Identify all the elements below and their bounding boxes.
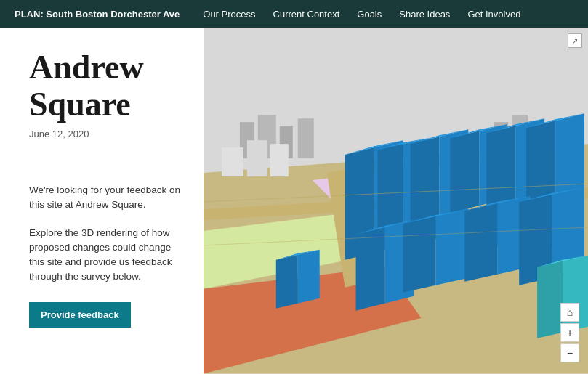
nav-links: Our Process Current Context Goals Share … <box>203 9 520 20</box>
navbar: PLAN: South Boston Dorchester Ave Our Pr… <box>0 0 588 28</box>
nav-brand: PLAN: South Boston Dorchester Ave <box>15 9 180 20</box>
page-title: Andrew Square <box>29 49 182 123</box>
svg-marker-47 <box>298 250 320 304</box>
nav-link-share-ideas[interactable]: Share Ideas <box>399 9 450 20</box>
expand-button[interactable]: ↗ <box>568 33 582 48</box>
svg-rect-10 <box>298 118 314 158</box>
plus-icon: + <box>567 327 573 338</box>
svg-marker-34 <box>356 227 385 311</box>
map-controls: ⌂ + − <box>560 303 579 362</box>
svg-marker-37 <box>403 216 435 293</box>
nav-link-our-process[interactable]: Our Process <box>203 9 255 20</box>
svg-marker-52 <box>537 261 563 338</box>
city-3d-map[interactable] <box>204 28 588 374</box>
nav-link-current-context[interactable]: Current Context <box>273 9 340 20</box>
nav-link-goals[interactable]: Goals <box>357 9 382 20</box>
map-zoom-out-button[interactable]: − <box>560 343 579 362</box>
svg-rect-49 <box>222 147 243 176</box>
nav-link-get-involved[interactable]: Get Involved <box>467 9 520 20</box>
map-home-button[interactable]: ⌂ <box>560 303 579 322</box>
minus-icon: − <box>567 347 573 359</box>
left-column: Andrew Square June 12, 2020 We're lookin… <box>0 28 204 374</box>
svg-marker-38 <box>435 209 468 285</box>
map-zoom-in-button[interactable]: + <box>560 323 579 342</box>
expand-icon: ↗ <box>572 37 578 45</box>
description-2: Explore the 3D rendering of how proposed… <box>29 226 182 285</box>
main-container: Andrew Square June 12, 2020 We're lookin… <box>0 28 588 374</box>
svg-marker-40 <box>464 203 497 282</box>
svg-marker-25 <box>450 131 479 213</box>
map-container: ↗ ⌂ + − <box>204 28 588 374</box>
page-date: June 12, 2020 <box>29 129 182 139</box>
description-1: We're looking for your feedback on this … <box>29 183 182 213</box>
feedback-button[interactable]: Provide feedback <box>29 302 131 328</box>
home-icon: ⌂ <box>567 306 573 318</box>
svg-marker-19 <box>378 144 403 229</box>
svg-rect-51 <box>270 144 289 176</box>
svg-marker-46 <box>276 255 298 309</box>
svg-rect-50 <box>247 140 267 176</box>
